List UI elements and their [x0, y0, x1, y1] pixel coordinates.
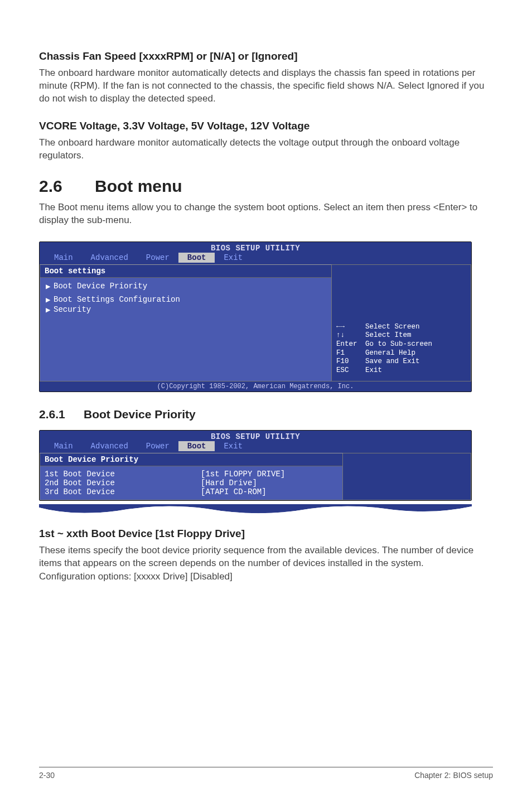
bios2-tab-advanced: Advanced: [82, 441, 137, 451]
bios1-left-header: Boot settings: [40, 265, 331, 278]
help-text-2: Go to Sub-screen: [365, 340, 432, 349]
bios2-tab-power: Power: [137, 441, 178, 451]
submenu-arrow-icon: ▶: [46, 295, 50, 305]
help-key-arrows-lr: ←→: [336, 323, 365, 332]
first-boot-config: Configuration options: [xxxxx Drive] [Di…: [39, 571, 493, 583]
help-text-5: Exit: [365, 366, 382, 375]
bios1-left-pane: Boot settings ▶Boot Device Priority ▶Boo…: [40, 264, 332, 381]
bios1-tab-boot: Boot: [178, 253, 215, 263]
page-number: 2-30: [39, 771, 55, 780]
section-body: The Boot menu items allow you to change …: [39, 201, 493, 227]
vcore-heading: VCORE Voltage, 3.3V Voltage, 5V Voltage,…: [39, 120, 493, 132]
bios1-item-1-label: Boot Settings Configuration: [54, 295, 180, 304]
bios2-row-1: 2nd Boot Device[Hard Drive]: [45, 479, 338, 487]
bios-screenshot-1: BIOS SETUP UTILITY Main Advanced Power B…: [39, 241, 472, 392]
bios2-row-1-value: [Hard Drive]: [201, 479, 257, 487]
bios2-row-2: 3rd Boot Device[ATAPI CD-ROM]: [45, 487, 338, 496]
help-key-esc: ESC: [336, 366, 365, 375]
chassis-heading: Chassis Fan Speed [xxxxRPM] or [N/A] or …: [39, 50, 493, 62]
bios2-row-0-value: [1st FLOPPY DRIVE]: [201, 470, 285, 479]
bios2-tab-exit: Exit: [215, 441, 252, 451]
bios2-left-header: Boot Device Priority: [40, 453, 342, 466]
bios1-title: BIOS SETUP UTILITY: [40, 242, 471, 253]
page-footer: 2-30 Chapter 2: BIOS setup: [39, 767, 493, 780]
help-key-arrows-ud: ↑↓: [336, 331, 365, 340]
bios1-footer: (C)Copyright 1985-2002, American Megatre…: [40, 381, 471, 392]
bios2-row-0: 1st Boot Device[1st FLOPPY DRIVE]: [45, 470, 338, 479]
submenu-arrow-icon: ▶: [46, 282, 50, 291]
bios1-tab-exit: Exit: [215, 253, 252, 263]
bios1-tab-advanced: Advanced: [82, 253, 137, 263]
help-key-enter: Enter: [336, 340, 365, 349]
subsection-title: 2.6.1Boot Device Priority: [39, 408, 493, 421]
torn-edge-icon: [39, 504, 472, 516]
help-key-f1: F1: [336, 349, 365, 358]
bios1-item-2: ▶Security: [45, 305, 327, 315]
bios-screenshot-2: BIOS SETUP UTILITY Main Advanced Power B…: [39, 430, 472, 501]
bios2-row-2-value: [ATAPI CD-ROM]: [201, 487, 267, 496]
help-text-4: Save and Exit: [365, 357, 420, 366]
help-text-1: Select Item: [365, 331, 412, 340]
section-title: 2.6Boot menu: [39, 177, 493, 196]
bios2-tab-main: Main: [45, 441, 82, 451]
chapter-label: Chapter 2: BIOS setup: [414, 771, 493, 780]
bios2-row-1-label: 2nd Boot Device: [45, 479, 201, 487]
bios1-item-2-label: Security: [54, 305, 91, 314]
bios1-right-pane: ←→Select Screen ↑↓Select Item EnterGo to…: [332, 264, 471, 381]
help-text-3: General Help: [365, 349, 415, 358]
chassis-body: The onboard hardware monitor automatical…: [39, 67, 493, 105]
section-num: 2.6: [39, 177, 95, 196]
help-key-f10: F10: [336, 357, 365, 366]
submenu-arrow-icon: ▶: [46, 305, 50, 315]
bios2-right-pane: [343, 453, 471, 500]
bios2-tabs: Main Advanced Power Boot Exit: [40, 441, 471, 453]
bios2-left-pane: Boot Device Priority 1st Boot Device[1st…: [40, 453, 343, 500]
help-text-0: Select Screen: [365, 323, 420, 332]
bios2-title: BIOS SETUP UTILITY: [40, 431, 471, 441]
subsection-name: Boot Device Priority: [84, 408, 196, 421]
first-boot-heading: 1st ~ xxth Boot Device [1st Floppy Drive…: [39, 528, 493, 540]
bios1-help: ←→Select Screen ↑↓Select Item EnterGo to…: [336, 323, 466, 375]
vcore-body: The onboard hardware monitor automatical…: [39, 137, 493, 162]
first-boot-body: These items specify the boot device prio…: [39, 544, 493, 570]
bios1-item-1: ▶Boot Settings Configuration: [45, 294, 327, 305]
bios1-item-0: ▶Boot Device Priority: [45, 281, 327, 291]
bios2-tab-boot: Boot: [178, 441, 215, 451]
section-name: Boot menu: [95, 177, 182, 195]
bios1-tab-main: Main: [45, 253, 82, 263]
bios1-item-0-label: Boot Device Priority: [54, 282, 147, 291]
bios2-row-2-label: 3rd Boot Device: [45, 487, 201, 496]
bios1-tab-power: Power: [137, 253, 178, 263]
subsection-num: 2.6.1: [39, 408, 84, 421]
bios1-tabs: Main Advanced Power Boot Exit: [40, 253, 471, 264]
bios2-row-0-label: 1st Boot Device: [45, 470, 201, 479]
